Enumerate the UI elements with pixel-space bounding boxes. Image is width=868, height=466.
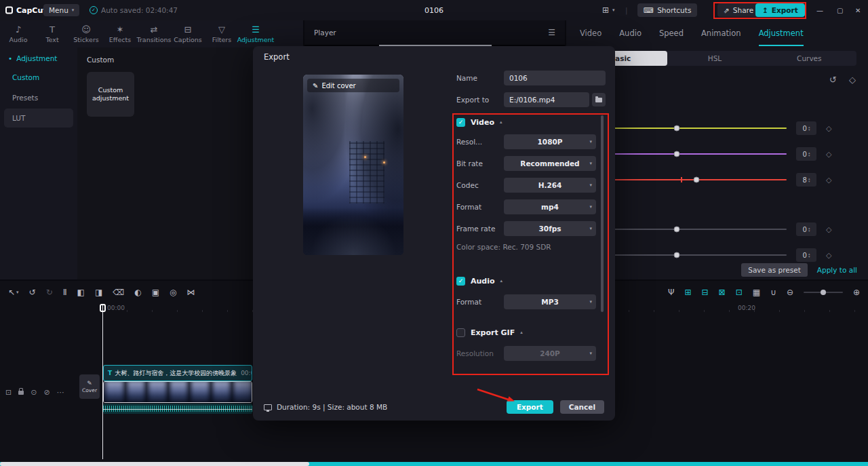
adjust-slider-5-value[interactable]: 0▴▾ [796, 248, 816, 262]
stepper-icon[interactable]: ▴▾ [808, 125, 810, 131]
inspector-tab-audio[interactable]: Audio [619, 20, 642, 46]
sidebar-item-custom[interactable]: Custom [4, 68, 73, 87]
dialog-scrollbar[interactable] [601, 115, 604, 312]
bitrate-select[interactable]: Recommended▾ [504, 156, 596, 171]
adjust-slider-5-track[interactable] [587, 254, 787, 256]
keyframe-icon[interactable]: ◇ [826, 176, 831, 185]
mute-icon[interactable]: ⊘ [43, 388, 50, 397]
audio-checkbox[interactable]: ✓ [456, 277, 465, 286]
freeze-frame-icon[interactable]: ◎ [170, 288, 176, 297]
sidebar-item-presets[interactable]: Presets [4, 88, 73, 107]
select-tool-icon[interactable]: ↖▾ [8, 288, 19, 297]
more-icon[interactable]: ⋯ [57, 388, 64, 397]
delete-right-icon[interactable]: ◨ [95, 288, 102, 297]
preview-axis-icon[interactable]: ⊡ [736, 288, 743, 297]
lock-icon[interactable] [18, 388, 24, 397]
adjust-slider-4-track[interactable] [587, 229, 787, 230]
adjust-slider-1-value[interactable]: 0▴▾ [796, 121, 816, 135]
export-button-topbar[interactable]: ↥ Export [755, 3, 805, 17]
codec-select[interactable]: H.264▾ [504, 178, 596, 193]
keyframe-icon[interactable]: ◇ [849, 75, 856, 85]
edit-cover-button[interactable]: ✎ Edit cover [307, 79, 399, 92]
close-button[interactable]: ✕ [855, 7, 861, 14]
delete-left-icon[interactable]: ◧ [77, 288, 85, 297]
adjust-slider-3-track[interactable] [587, 179, 787, 180]
zoom-out-icon[interactable]: ⊖ [787, 288, 793, 297]
adjust-slider-2-value[interactable]: 0▴▾ [796, 147, 816, 161]
media-tab-adjustment[interactable]: ☰Adjustment [239, 25, 273, 43]
adjust-slider-4-value[interactable]: 0▴▾ [796, 222, 816, 236]
media-tab-text[interactable]: TText [35, 25, 69, 43]
inspector-tab-animation[interactable]: Animation [701, 20, 741, 46]
inspector-tab-video[interactable]: Video [580, 20, 601, 46]
redo-icon[interactable]: ↻ [46, 288, 53, 297]
adjust-slider-1-track[interactable] [587, 128, 787, 129]
adjust-slider-2-handle[interactable] [673, 151, 679, 157]
share-button[interactable]: ⇗ Share [717, 3, 760, 17]
maximize-button[interactable]: ▢ [837, 7, 843, 14]
adjust-slider-2-track[interactable] [587, 153, 787, 155]
stepper-icon[interactable]: ▴▾ [808, 151, 810, 157]
timeline-scrollbar[interactable] [0, 462, 868, 466]
collapse-caret-icon[interactable]: ▴ [500, 278, 503, 284]
audio-format-select[interactable]: MP3▾ [504, 294, 596, 309]
cover-button[interactable]: ✎ Cover [79, 374, 100, 399]
adjust-slider-3-value[interactable]: 8▴▾ [796, 173, 816, 187]
video-clip[interactable] [103, 381, 252, 403]
adjust-slider-5-handle[interactable] [673, 252, 679, 258]
media-tab-captions[interactable]: ⊟Captions [171, 25, 205, 43]
zoom-slider[interactable] [804, 292, 843, 293]
adjust-slider-4-handle[interactable] [673, 227, 679, 233]
screen-record-icon[interactable]: ▦ [753, 288, 760, 297]
shortcuts-button[interactable]: ⌨ Shortcuts [637, 3, 697, 17]
collapse-caret-icon[interactable]: ▴ [520, 330, 523, 335]
export-path-input[interactable]: E:/0106.mp4 [504, 92, 589, 107]
text-clip[interactable]: T 大树、路灯与宿舍，这是大学校园的傍晚景象 00:0 [103, 365, 252, 381]
browse-folder-button[interactable] [592, 93, 606, 106]
gif-checkbox[interactable] [456, 328, 465, 337]
playhead-handle[interactable] [100, 304, 106, 312]
mask-icon[interactable]: ◐ [134, 288, 141, 297]
media-tab-transitions[interactable]: ⇄Transitions [137, 25, 171, 43]
media-tab-audio[interactable]: ♪Audio [1, 25, 35, 43]
magnetic-track-icon[interactable]: ⊞ [684, 288, 691, 297]
video-checkbox[interactable]: ✓ [456, 118, 465, 127]
media-tab-stickers[interactable]: ☺Stickers [69, 25, 103, 43]
adjust-slider-1-handle[interactable] [673, 125, 679, 132]
scrollbar-thumb[interactable] [0, 462, 309, 466]
zoom-in-icon[interactable]: ⊕ [853, 288, 860, 297]
keyframe-icon[interactable]: ◇ [826, 124, 831, 133]
sidebar-item-lut[interactable]: LUT [4, 109, 73, 128]
player-menu-icon[interactable]: ☰ [548, 28, 555, 37]
framerate-select[interactable]: 30fps▾ [504, 221, 596, 236]
delete-icon[interactable]: ⌫ [113, 288, 124, 297]
apply-to-all-button[interactable]: Apply to all [817, 266, 857, 274]
inspector-tab-speed[interactable]: Speed [659, 20, 684, 46]
subtab-hsl[interactable]: HSL [667, 51, 762, 66]
cancel-button[interactable]: Cancel [560, 400, 604, 414]
export-confirm-button[interactable]: Export [507, 400, 553, 414]
keyframe-icon[interactable]: ◇ [826, 251, 831, 260]
audio-clip[interactable] [103, 404, 252, 414]
stepper-icon[interactable]: ▴▾ [808, 177, 810, 182]
format-select[interactable]: mp4▾ [504, 199, 596, 214]
display-mode-icon[interactable]: ⊞▾ [602, 5, 615, 15]
split-icon[interactable]: Ⅱ [63, 288, 67, 297]
sidebar-header[interactable]: • Adjustment [0, 47, 77, 66]
stepper-icon[interactable]: ▴▾ [808, 227, 810, 232]
save-as-preset-button[interactable]: Save as preset [741, 263, 808, 277]
resolution-select[interactable]: 1080P▾ [504, 134, 596, 149]
zoom-slider-handle[interactable] [821, 290, 826, 295]
mirror-icon[interactable]: ⋈ [187, 288, 195, 297]
keyframe-icon[interactable]: ◇ [826, 150, 831, 159]
media-tab-filters[interactable]: ▽Filters [205, 25, 239, 43]
stepper-icon[interactable]: ▴▾ [808, 252, 810, 258]
link-clips-icon[interactable]: ⊟ [702, 288, 709, 297]
media-tab-effects[interactable]: ✶Effects [103, 25, 137, 43]
gif-resolution-select[interactable]: 240P▾ [504, 346, 596, 361]
auto-ripple-icon[interactable]: ⊠ [719, 288, 726, 297]
adjust-slider-3-handle[interactable] [694, 177, 700, 183]
reset-icon[interactable]: ↺ [829, 75, 837, 85]
track-select-icon[interactable]: ⊡ [5, 388, 12, 397]
minimize-button[interactable]: — [816, 7, 823, 14]
